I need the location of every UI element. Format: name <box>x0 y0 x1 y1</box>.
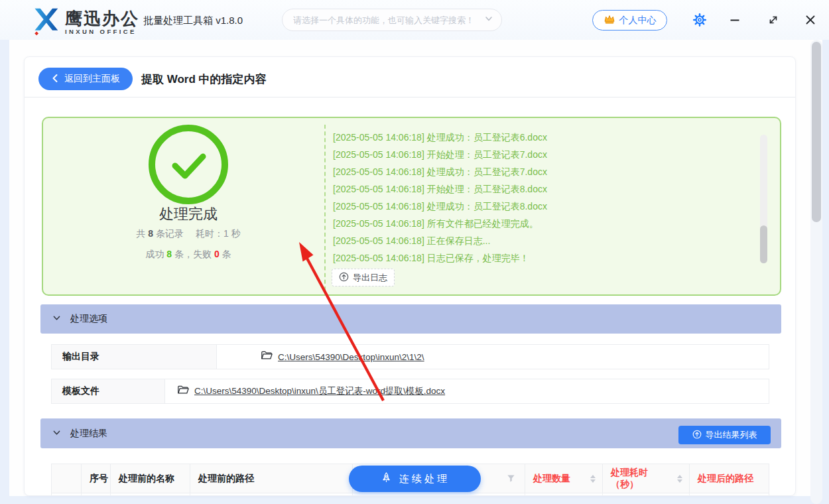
function-search-box[interactable] <box>282 9 502 31</box>
log-line: [2025-05-05 14:06:18] 处理成功：员工登记表8.docx <box>333 198 762 215</box>
brand-name: 鹰迅办公 <box>65 9 139 28</box>
col-name-before: 处理前的名称 <box>111 464 190 493</box>
minimize-button[interactable] <box>730 15 740 25</box>
log-line: [2025-05-05 14:06:18] 日志已保存，处理完毕！ <box>333 249 762 267</box>
total-count: 8 <box>148 228 153 239</box>
success-panel: 处理完成 共 8 条记录 耗时：1 秒 成功 8 条，失败 0 条 [2025-… <box>42 117 781 296</box>
log-line: [2025-05-05 14:06:18] 处理成功：员工登记表6.docx <box>333 129 762 146</box>
chevron-down-icon <box>52 428 61 439</box>
export-results-button[interactable]: 导出结果列表 <box>678 426 771 444</box>
continue-button-label: 连续处理 <box>399 473 450 485</box>
chevron-left-icon <box>51 74 59 85</box>
col-path-after: 处理后的路径 <box>690 464 769 493</box>
template-file-row: 模板文件 C:\Users\54390\Desktop\inxun\员工登记表-… <box>51 379 769 404</box>
upload-circle-icon <box>339 272 349 284</box>
log-line: [2025-05-05 14:06:18] 处理成功：员工登记表7.docx <box>333 163 762 180</box>
resize-button[interactable] <box>768 15 779 25</box>
upload-circle-icon <box>692 430 702 441</box>
section-title: 处理结果 <box>70 428 107 440</box>
table-row <box>52 493 769 496</box>
brand-name-en: INXUN OFFICE <box>65 28 139 35</box>
elapsed-value: 1 秒 <box>223 228 241 239</box>
close-button[interactable] <box>805 15 816 25</box>
fail-count: 0 <box>214 249 220 259</box>
log-line: [2025-05-05 14:06:18] 开始处理：员工登记表7.docx <box>333 146 762 163</box>
back-button-label: 返回到主面板 <box>64 73 120 85</box>
back-button[interactable]: 返回到主面板 <box>38 68 133 90</box>
app-title-version: 批量处理工具箱 v1.8.0 <box>143 15 243 27</box>
template-file-link[interactable]: C:\Users\54390\Desktop\inxun\员工登记表-word提… <box>194 385 445 397</box>
summary-success-fail: 成功 8 条，失败 0 条 <box>62 249 314 261</box>
section-header-results[interactable]: 处理结果 <box>40 418 781 448</box>
folder-icon <box>177 385 189 398</box>
function-search-input[interactable] <box>293 15 484 25</box>
col-count[interactable]: 处理数量 <box>525 464 603 493</box>
success-count: 8 <box>166 249 172 259</box>
log-line: [2025-05-05 14:06:18] 开始处理：员工登记表8.docx <box>333 180 762 198</box>
row-label: 输出目录 <box>52 345 217 369</box>
status-title: 处理完成 <box>82 204 294 224</box>
export-log-label: 导出日志 <box>353 272 387 284</box>
log-scrollbar-thumb[interactable] <box>760 225 767 263</box>
divider <box>25 97 796 97</box>
main-scrollbar-thumb[interactable] <box>812 42 821 222</box>
page-title: 提取 Word 中的指定内容 <box>141 72 267 87</box>
section-header-options[interactable]: 处理选项 <box>40 304 781 334</box>
filter-funnel-icon[interactable] <box>507 474 515 485</box>
search-dropdown-chevron-icon[interactable] <box>484 14 493 26</box>
output-dir-row: 输出目录 C:\Users\54390\Desktop\inxun\2\1\2\ <box>51 344 769 369</box>
logo-x-icon <box>31 5 60 38</box>
titlebar: 鹰迅办公 INXUN OFFICE 批量处理工具箱 v1.8.0 个人中心 <box>0 0 829 40</box>
user-center-label: 个人中心 <box>619 15 657 27</box>
user-center-button[interactable]: 个人中心 <box>592 10 667 31</box>
check-circle-icon <box>149 125 228 204</box>
col-index: 序号 <box>82 464 111 493</box>
col-select <box>52 464 82 493</box>
log-line: [2025-05-05 14:06:18] 正在保存日志... <box>333 232 762 249</box>
settings-gear-icon[interactable] <box>693 13 706 27</box>
process-log: [2025-05-05 14:06:18] 处理成功：员工登记表6.docx [… <box>324 125 762 290</box>
sort-icon[interactable] <box>677 475 682 483</box>
col-path-before: 处理前的路径 <box>190 464 353 493</box>
page-card: 返回到主面板 提取 Word 中的指定内容 处理完成 共 8 条记录 耗时：1 … <box>24 56 796 496</box>
log-line: [2025-05-05 14:06:18] 所有文件都已经处理完成。 <box>333 215 762 232</box>
rocket-icon <box>380 472 393 486</box>
col-elapsed[interactable]: 处理耗时（秒） <box>603 464 690 493</box>
main-scrollbar-track[interactable] <box>810 40 822 504</box>
chevron-down-icon <box>52 314 61 324</box>
summary-totals: 共 8 条记录 耗时：1 秒 <box>62 228 314 240</box>
sort-icon[interactable] <box>590 475 596 483</box>
log-scrollbar-track[interactable] <box>760 135 767 263</box>
folder-icon <box>261 350 273 363</box>
continue-button[interactable]: 连续处理 <box>349 466 481 492</box>
row-label: 模板文件 <box>52 379 165 403</box>
crown-icon <box>604 14 615 27</box>
section-title: 处理选项 <box>70 313 107 325</box>
export-log-button[interactable]: 导出日志 <box>332 269 395 286</box>
app-logo: 鹰迅办公 INXUN OFFICE <box>31 5 139 38</box>
output-dir-link[interactable]: C:\Users\54390\Desktop\inxun\2\1\2\ <box>278 352 424 362</box>
export-results-label: 导出结果列表 <box>706 429 757 441</box>
